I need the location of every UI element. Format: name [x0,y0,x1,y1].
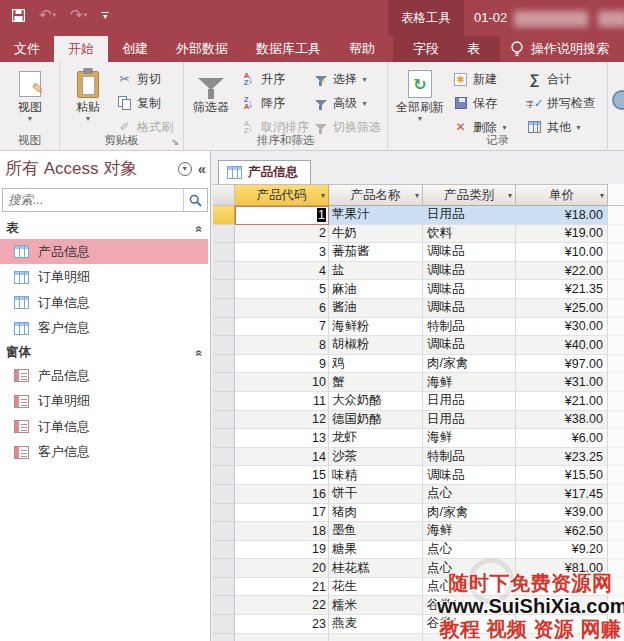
cell-cat[interactable]: 日用品 [423,392,516,411]
record-selector[interactable] [213,392,235,411]
cell-price[interactable]: ¥17.45 [516,485,608,504]
cell-price[interactable] [516,596,608,615]
cell-cat[interactable]: 调味品 [423,243,516,262]
spelling-button[interactable]: 字✓ 拼写检查 [526,94,595,112]
cell-code[interactable]: 6 [235,299,329,318]
cell-name[interactable]: 沙茶 [329,448,423,467]
cell-name[interactable]: 麻油 [329,280,423,299]
cell-price[interactable]: ¥81.00 [516,559,608,578]
refresh-all-button[interactable]: ↻ 全部刷新 ▼ [394,67,446,122]
undo-icon[interactable]: ↶▾ [39,6,56,24]
nav-section-header[interactable]: 表« [0,218,211,239]
cell-price[interactable]: ¥31.00 [516,373,608,392]
record-selector[interactable] [213,243,235,262]
cell-price[interactable]: ¥62.50 [516,522,608,541]
cell-code[interactable] [235,634,329,641]
record-selector[interactable] [213,411,235,430]
cell-name[interactable] [329,634,423,641]
document-tab[interactable]: 产品信息 [218,160,311,184]
record-selector[interactable] [213,504,235,523]
cell-price[interactable]: ¥97.00 [516,355,608,374]
cell-cat[interactable]: 点心 [423,541,516,560]
redo-icon[interactable]: ↷▾ [70,6,87,24]
nav-item-table-0[interactable]: 产品信息 [0,239,208,264]
nav-item-form-1[interactable]: 订单明细 [0,389,208,414]
cell-cat[interactable]: 调味品 [423,466,516,485]
view-button[interactable]: ✎ 视图 ▼ [7,67,53,122]
record-selector[interactable] [213,448,235,467]
record-selector[interactable] [213,541,235,560]
filter-button[interactable]: 筛选器 [188,67,234,114]
cell-cat[interactable]: 日用品 [423,411,516,430]
cell-code[interactable]: 18 [235,522,329,541]
ribbon-tab-6[interactable]: 字段 [399,36,453,62]
cell-code[interactable]: 12 [235,411,329,430]
column-dropdown-icon[interactable]: ▾ [508,191,512,200]
cell-code[interactable]: 10 [235,373,329,392]
cell-name[interactable]: 盐 [329,262,423,281]
nav-item-form-0[interactable]: 产品信息 [0,363,208,388]
cell-name[interactable]: 墨鱼 [329,522,423,541]
cell-code[interactable]: 16 [235,485,329,504]
cell-price[interactable] [516,578,608,597]
column-header-3[interactable]: 单价▾ [516,184,608,206]
totals-button[interactable]: ∑ 合计 [526,70,595,88]
cell-cat[interactable]: 海鲜 [423,522,516,541]
cell-price[interactable] [516,634,608,641]
cell-name[interactable]: 糖果 [329,541,423,560]
search-input[interactable] [3,189,183,211]
cell-code[interactable]: 4 [235,262,329,281]
cell-cat[interactable]: 特制品 [423,318,516,337]
cell-price[interactable]: ¥40.00 [516,336,608,355]
cell-code[interactable]: 17 [235,504,329,523]
cell-price[interactable]: ¥10.00 [516,243,608,262]
select-all-corner[interactable] [213,184,235,206]
cell-price[interactable]: ¥22.00 [516,262,608,281]
record-selector[interactable] [213,280,235,299]
ribbon-tab-7[interactable]: 表 [453,36,494,62]
cell-code[interactable]: 14 [235,448,329,467]
cell-code[interactable]: 23 [235,615,329,634]
cell-cat[interactable]: 调味品 [423,299,516,318]
cut-button[interactable]: ✂ 剪切 [116,70,173,88]
cell-name[interactable]: 海鲜粉 [329,318,423,337]
cell-cat[interactable]: 海鲜 [423,429,516,448]
new-record-button[interactable]: ✱ 新建 [452,70,508,88]
cell-price[interactable]: ¥30.00 [516,318,608,337]
cell-price[interactable]: ¥18.00 [516,206,608,225]
cell-name[interactable]: 龙虾 [329,429,423,448]
record-selector[interactable] [213,429,235,448]
cell-name[interactable]: 德国奶酪 [329,411,423,430]
record-selector[interactable] [213,355,235,374]
sort-descending-button[interactable]: ZA↓ 降序 [240,94,309,112]
column-dropdown-icon[interactable]: ▾ [415,191,419,200]
cell-name[interactable]: 桂花糕 [329,559,423,578]
record-selector[interactable] [213,559,235,578]
cell-code[interactable]: 13 [235,429,329,448]
cell-price[interactable]: ¥6.00 [516,429,608,448]
nav-section-header[interactable]: 窗体« [0,342,211,363]
cell-name[interactable]: 花生 [329,578,423,597]
cell-code[interactable]: 5 [235,280,329,299]
cell-code[interactable]: 11 [235,392,329,411]
nav-item-table-1[interactable]: 订单明细 [0,265,208,290]
cell-name[interactable]: 苹果汁 [329,206,423,225]
nav-item-table-3[interactable]: 客户信息 [0,316,208,341]
cell-code[interactable]: 20 [235,559,329,578]
ribbon-tab-1[interactable]: 开始 [54,36,108,62]
nav-item-form-3[interactable]: 客户信息 [0,440,208,465]
cell-name[interactable]: 鸡 [329,355,423,374]
cell-code[interactable]: 22 [235,596,329,615]
nav-menu-icon[interactable]: ▼ [178,162,192,176]
cell-cat[interactable] [423,634,516,641]
record-selector[interactable] [213,522,235,541]
cell-name[interactable]: 酱油 [329,299,423,318]
cell-cat[interactable]: 特制品 [423,448,516,467]
copy-button[interactable]: 复制 [116,94,173,112]
column-header-1[interactable]: 产品名称▾ [329,184,423,206]
cell-name[interactable]: 牛奶 [329,225,423,244]
cell-cat[interactable]: 调味品 [423,336,516,355]
record-selector[interactable] [213,485,235,504]
record-selector[interactable] [213,299,235,318]
cell-name[interactable]: 糯米 [329,596,423,615]
